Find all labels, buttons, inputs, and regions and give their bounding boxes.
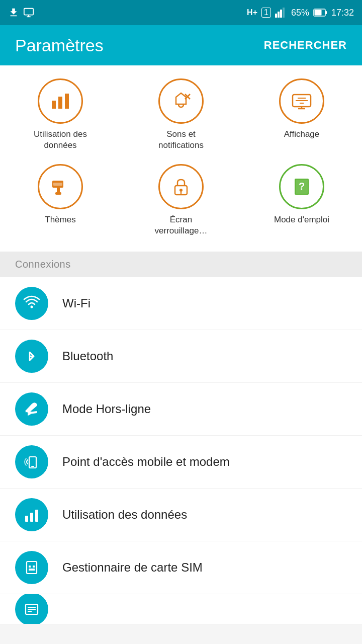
svg-rect-41 [33,569,35,571]
svg-rect-3 [275,14,277,18]
list-item-data-usage[interactable]: Utilisation des données [0,489,362,541]
svg-rect-10 [52,101,56,109]
list-item-more[interactable] [0,594,362,624]
svg-rect-35 [30,513,33,522]
manual-label: Mode d'emploi [274,214,329,225]
svg-point-31 [31,306,33,308]
list-item-bluetooth[interactable]: Bluetooth [0,330,362,383]
screen-icon [23,7,34,18]
svg-rect-39 [33,566,35,568]
sim-icon [23,558,41,577]
icon-sounds[interactable]: Sons etnotifications [121,70,241,156]
app-bar: Paramètres RECHERCHER [0,25,362,65]
svg-rect-37 [27,561,37,574]
hotspot-icon [23,453,41,471]
more-icon-circle [15,594,48,624]
display-icon [291,90,313,112]
download-icon [8,7,19,18]
themes-icon [49,176,71,198]
list-item-hotspot[interactable]: Point d'accès mobile et modem [0,436,362,489]
lock-screen-circle [158,164,204,209]
page-title: Paramètres [15,36,104,55]
svg-rect-42 [31,569,33,571]
sounds-circle [158,78,204,124]
sounds-icon [170,90,192,112]
sim-label: Gestionnaire de carte SIM [62,560,203,575]
svg-point-26 [179,189,183,192]
svg-text:?: ? [299,181,305,192]
svg-rect-11 [58,97,62,109]
icon-data-usage[interactable]: Utilisation desdonnées [0,70,121,156]
settings-icons-grid: Utilisation desdonnées Sons etnotificati… [0,65,362,252]
data-usage-list-icon-circle [15,498,48,531]
battery-pct: 65% [291,8,309,18]
clock: 17:32 [331,8,354,18]
wifi-icon-circle [15,287,48,320]
list-item-airplane[interactable]: Mode Hors-ligne [0,383,362,436]
battery-icon [313,8,327,17]
list-item-wifi[interactable]: Wi-Fi [0,277,362,330]
display-circle [279,78,324,124]
connexions-label: Connexions [15,259,71,270]
svg-rect-5 [280,10,282,18]
svg-rect-9 [325,11,327,14]
icon-manual[interactable]: ? Mode d'emploi [241,156,362,242]
manual-circle: ? [279,164,324,209]
lock-screen-label: Écranverrouillage… [155,214,208,236]
icon-display[interactable]: Affichage [241,70,362,156]
connexions-section-header: Connexions [0,252,362,277]
svg-rect-40 [29,569,31,571]
svg-rect-4 [278,12,280,18]
network-type: H+ [247,8,257,17]
status-bar: H+ 1 65% 17:32 [0,0,362,25]
svg-rect-33 [31,466,34,467]
display-label: Affichage [284,129,320,140]
data-usage-label: Utilisation desdonnées [34,129,87,151]
themes-circle [38,164,83,209]
svg-rect-22 [53,183,62,186]
data-usage-list-label: Utilisation des données [62,508,187,522]
icon-lock-screen[interactable]: Écranverrouillage… [121,156,241,242]
hotspot-icon-circle [15,445,48,478]
airplane-label: Mode Hors-ligne [62,402,151,416]
wifi-label: Wi-Fi [62,296,90,310]
list-item-sim[interactable]: Gestionnaire de carte SIM [0,541,362,594]
data-usage-circle [38,78,83,124]
data-usage-icon [49,90,72,113]
wifi-icon [23,294,41,312]
icon-themes[interactable]: Thèmes [0,156,121,242]
svg-rect-8 [314,10,321,16]
status-right: H+ 1 65% 17:32 [247,8,354,18]
data-usage-list-icon [23,506,41,524]
search-button[interactable]: RECHERCHER [264,39,347,52]
svg-rect-36 [35,510,38,522]
svg-rect-24 [55,192,61,195]
sounds-label: Sons etnotifications [158,129,204,151]
manual-icon: ? [291,176,313,198]
bluetooth-label: Bluetooth [62,349,113,363]
airplane-icon-circle [15,392,48,426]
sim-icon-circle [15,551,48,584]
lock-icon [170,176,192,198]
status-left [8,7,34,18]
svg-rect-6 [283,8,285,18]
sim-slot: 1 [261,8,271,18]
svg-rect-38 [29,566,31,568]
bluetooth-icon-circle [15,340,48,373]
svg-rect-34 [25,516,28,522]
svg-rect-12 [65,94,69,109]
hotspot-label: Point d'accès mobile et modem [62,455,230,469]
signal-icon [275,8,287,18]
themes-label: Thèmes [45,214,75,225]
bluetooth-icon [23,347,41,365]
more-icon [23,600,41,618]
connections-list: Wi-Fi Bluetooth Mode Hors-ligne [0,277,362,624]
airplane-icon [23,400,41,418]
svg-rect-0 [24,9,33,15]
